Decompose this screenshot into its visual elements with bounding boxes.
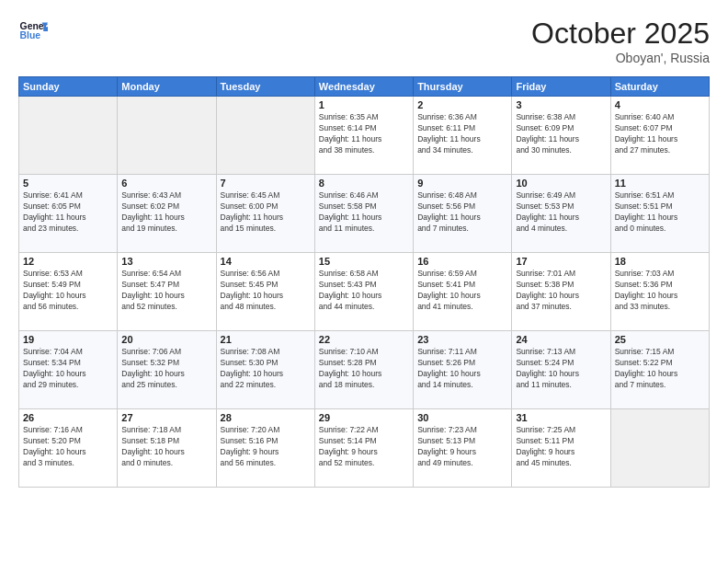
day-info: Sunrise: 7:01 AM Sunset: 5:38 PM Dayligh…: [516, 269, 606, 313]
calendar-week-5: 26Sunrise: 7:16 AM Sunset: 5:20 PM Dayli…: [19, 409, 710, 488]
day-number: 18: [615, 256, 705, 267]
day-number: 1: [319, 99, 409, 110]
day-info: Sunrise: 6:41 AM Sunset: 6:05 PM Dayligh…: [23, 190, 113, 235]
day-info: Sunrise: 7:11 AM Sunset: 5:26 PM Dayligh…: [417, 347, 507, 391]
month-title: October 2025: [531, 17, 710, 51]
calendar-cell: 13Sunrise: 6:54 AM Sunset: 5:47 PM Dayli…: [118, 253, 216, 331]
calendar-cell: 14Sunrise: 6:56 AM Sunset: 5:45 PM Dayli…: [216, 253, 314, 331]
calendar-cell: 25Sunrise: 7:15 AM Sunset: 5:22 PM Dayli…: [610, 331, 709, 409]
calendar-cell: 27Sunrise: 7:18 AM Sunset: 5:18 PM Dayli…: [118, 409, 216, 488]
day-number: 5: [23, 178, 113, 189]
calendar-cell: 4Sunrise: 6:40 AM Sunset: 6:07 PM Daylig…: [610, 97, 709, 175]
calendar-cell: 26Sunrise: 7:16 AM Sunset: 5:20 PM Dayli…: [19, 409, 118, 488]
col-sunday: Sunday: [19, 77, 118, 97]
day-info: Sunrise: 7:06 AM Sunset: 5:32 PM Dayligh…: [121, 347, 211, 391]
calendar-cell: 10Sunrise: 6:49 AM Sunset: 5:53 PM Dayli…: [512, 175, 610, 253]
calendar-cell: 15Sunrise: 6:58 AM Sunset: 5:43 PM Dayli…: [314, 253, 413, 331]
day-number: 9: [417, 178, 507, 189]
col-tuesday: Tuesday: [216, 77, 314, 97]
day-info: Sunrise: 6:54 AM Sunset: 5:47 PM Dayligh…: [121, 269, 211, 313]
calendar-cell: 29Sunrise: 7:22 AM Sunset: 5:14 PM Dayli…: [314, 409, 413, 488]
day-info: Sunrise: 7:15 AM Sunset: 5:22 PM Dayligh…: [615, 347, 705, 391]
day-number: 31: [516, 412, 606, 423]
calendar-cell: 7Sunrise: 6:45 AM Sunset: 6:00 PM Daylig…: [216, 175, 314, 253]
day-number: 21: [221, 334, 311, 345]
day-number: 3: [516, 99, 606, 110]
day-number: 7: [221, 178, 311, 189]
day-info: Sunrise: 6:43 AM Sunset: 6:02 PM Dayligh…: [121, 190, 211, 235]
calendar-header-row: Sunday Monday Tuesday Wednesday Thursday…: [19, 77, 710, 97]
day-info: Sunrise: 7:08 AM Sunset: 5:30 PM Dayligh…: [221, 347, 311, 391]
day-number: 4: [615, 99, 705, 110]
calendar-cell: 22Sunrise: 7:10 AM Sunset: 5:28 PM Dayli…: [314, 331, 413, 409]
day-number: 14: [221, 256, 311, 267]
title-block: October 2025 Oboyan', Russia: [531, 17, 710, 65]
col-thursday: Thursday: [414, 77, 512, 97]
day-info: Sunrise: 6:59 AM Sunset: 5:41 PM Dayligh…: [417, 269, 507, 313]
day-info: Sunrise: 7:03 AM Sunset: 5:36 PM Dayligh…: [615, 269, 705, 313]
day-info: Sunrise: 6:53 AM Sunset: 5:49 PM Dayligh…: [23, 269, 113, 313]
logo-icon: General Blue: [18, 17, 48, 46]
calendar-cell: 9Sunrise: 6:48 AM Sunset: 5:56 PM Daylig…: [414, 175, 512, 253]
day-info: Sunrise: 6:36 AM Sunset: 6:11 PM Dayligh…: [417, 112, 507, 156]
calendar-cell: 6Sunrise: 6:43 AM Sunset: 6:02 PM Daylig…: [118, 175, 216, 253]
svg-marker-3: [43, 27, 48, 31]
col-friday: Friday: [512, 77, 610, 97]
svg-text:Blue: Blue: [20, 30, 41, 40]
calendar-cell: [118, 97, 216, 175]
calendar-cell: [610, 409, 709, 488]
day-number: 12: [23, 256, 113, 267]
day-number: 6: [121, 178, 211, 189]
day-number: 29: [319, 412, 409, 423]
day-number: 19: [23, 334, 113, 345]
day-number: 10: [516, 178, 606, 189]
day-info: Sunrise: 6:51 AM Sunset: 5:51 PM Dayligh…: [615, 190, 705, 235]
calendar-week-2: 5Sunrise: 6:41 AM Sunset: 6:05 PM Daylig…: [19, 175, 710, 253]
calendar-cell: 30Sunrise: 7:23 AM Sunset: 5:13 PM Dayli…: [414, 409, 512, 488]
header: General Blue October 2025 Oboyan', Russi…: [18, 17, 710, 65]
day-number: 28: [221, 412, 311, 423]
day-info: Sunrise: 7:23 AM Sunset: 5:13 PM Dayligh…: [417, 425, 507, 469]
calendar-cell: 23Sunrise: 7:11 AM Sunset: 5:26 PM Dayli…: [414, 331, 512, 409]
calendar-week-4: 19Sunrise: 7:04 AM Sunset: 5:34 PM Dayli…: [19, 331, 710, 409]
day-info: Sunrise: 6:35 AM Sunset: 6:14 PM Dayligh…: [319, 112, 409, 156]
calendar-cell: 16Sunrise: 6:59 AM Sunset: 5:41 PM Dayli…: [414, 253, 512, 331]
page: General Blue October 2025 Oboyan', Russi…: [0, 0, 728, 563]
calendar-cell: 17Sunrise: 7:01 AM Sunset: 5:38 PM Dayli…: [512, 253, 610, 331]
col-monday: Monday: [118, 77, 216, 97]
day-info: Sunrise: 6:56 AM Sunset: 5:45 PM Dayligh…: [221, 269, 311, 313]
day-info: Sunrise: 7:20 AM Sunset: 5:16 PM Dayligh…: [221, 425, 311, 469]
calendar-cell: [19, 97, 118, 175]
calendar-cell: 20Sunrise: 7:06 AM Sunset: 5:32 PM Dayli…: [118, 331, 216, 409]
day-number: 20: [121, 334, 211, 345]
day-info: Sunrise: 7:10 AM Sunset: 5:28 PM Dayligh…: [319, 347, 409, 391]
day-info: Sunrise: 7:04 AM Sunset: 5:34 PM Dayligh…: [23, 347, 113, 391]
day-number: 2: [417, 99, 507, 110]
day-number: 22: [319, 334, 409, 345]
day-info: Sunrise: 6:58 AM Sunset: 5:43 PM Dayligh…: [319, 269, 409, 313]
day-number: 30: [417, 412, 507, 423]
calendar-cell: 3Sunrise: 6:38 AM Sunset: 6:09 PM Daylig…: [512, 97, 610, 175]
calendar-cell: 11Sunrise: 6:51 AM Sunset: 5:51 PM Dayli…: [610, 175, 709, 253]
day-info: Sunrise: 7:18 AM Sunset: 5:18 PM Dayligh…: [121, 425, 211, 469]
calendar-cell: 28Sunrise: 7:20 AM Sunset: 5:16 PM Dayli…: [216, 409, 314, 488]
day-number: 26: [23, 412, 113, 423]
calendar-week-1: 1Sunrise: 6:35 AM Sunset: 6:14 PM Daylig…: [19, 97, 710, 175]
logo: General Blue: [18, 17, 48, 46]
day-number: 27: [121, 412, 211, 423]
calendar-cell: 1Sunrise: 6:35 AM Sunset: 6:14 PM Daylig…: [314, 97, 413, 175]
day-info: Sunrise: 7:25 AM Sunset: 5:11 PM Dayligh…: [516, 425, 606, 469]
day-number: 13: [121, 256, 211, 267]
calendar-cell: 8Sunrise: 6:46 AM Sunset: 5:58 PM Daylig…: [314, 175, 413, 253]
day-info: Sunrise: 6:46 AM Sunset: 5:58 PM Dayligh…: [319, 190, 409, 235]
calendar: Sunday Monday Tuesday Wednesday Thursday…: [18, 76, 710, 488]
day-info: Sunrise: 7:13 AM Sunset: 5:24 PM Dayligh…: [516, 347, 606, 391]
calendar-cell: 24Sunrise: 7:13 AM Sunset: 5:24 PM Dayli…: [512, 331, 610, 409]
calendar-cell: 2Sunrise: 6:36 AM Sunset: 6:11 PM Daylig…: [414, 97, 512, 175]
calendar-week-3: 12Sunrise: 6:53 AM Sunset: 5:49 PM Dayli…: [19, 253, 710, 331]
calendar-cell: 18Sunrise: 7:03 AM Sunset: 5:36 PM Dayli…: [610, 253, 709, 331]
day-info: Sunrise: 6:38 AM Sunset: 6:09 PM Dayligh…: [516, 112, 606, 156]
calendar-cell: 12Sunrise: 6:53 AM Sunset: 5:49 PM Dayli…: [19, 253, 118, 331]
day-number: 16: [417, 256, 507, 267]
day-info: Sunrise: 6:48 AM Sunset: 5:56 PM Dayligh…: [417, 190, 507, 235]
